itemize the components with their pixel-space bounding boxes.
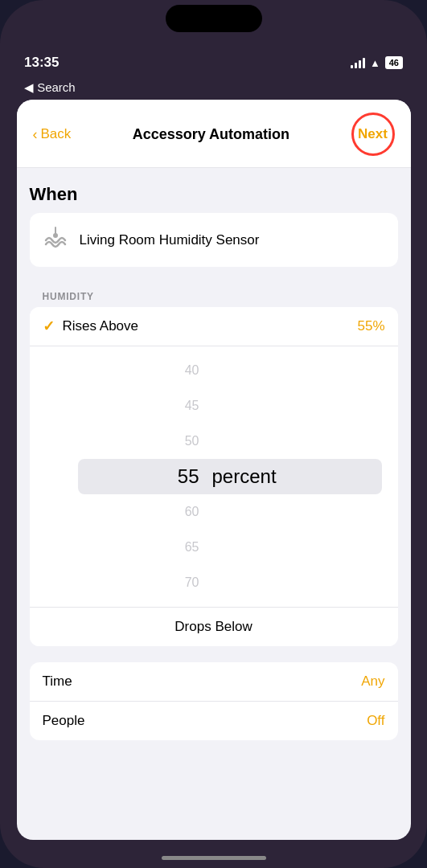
time-label: Time <box>43 674 72 690</box>
page-title: Accessory Automation <box>133 126 289 143</box>
rises-above-left: ✓ Rises Above <box>43 317 139 335</box>
signal-bar-1 <box>351 65 353 68</box>
home-indicator[interactable] <box>162 856 266 860</box>
people-row[interactable]: People Off <box>30 702 398 740</box>
picker-item-45[interactable]: 45 <box>30 388 398 424</box>
time-row[interactable]: Time Any <box>30 662 398 702</box>
picker-item-70[interactable]: 70 <box>30 565 398 600</box>
picker-item-50[interactable]: 50 <box>30 424 398 459</box>
picker-container[interactable]: 40 45 50 55 <box>30 346 398 607</box>
picker-item-65[interactable]: 65 <box>30 530 398 565</box>
back-label: Back <box>41 126 72 142</box>
when-title: When <box>30 184 398 205</box>
humidity-sensor-icon <box>43 224 68 256</box>
rises-above-label: Rises Above <box>63 318 139 334</box>
next-button[interactable]: Next <box>351 113 395 156</box>
screen-card: ‹ Back Accessory Automation Next When <box>17 100 411 840</box>
picker-item-55-selected[interactable]: 55 percent <box>30 459 398 494</box>
status-icons: ▲ 46 <box>351 56 403 69</box>
battery-icon: 46 <box>385 56 403 69</box>
time-value: Any <box>361 674 384 690</box>
status-bar: 13:35 ▲ 46 <box>0 37 427 79</box>
humidity-card: ✓ Rises Above 55% 40 <box>30 307 398 646</box>
back-chevron-icon: ‹ <box>33 126 38 143</box>
signal-bar-4 <box>363 58 365 68</box>
search-label[interactable]: ◀ Search <box>24 80 403 95</box>
svg-point-0 <box>53 233 58 238</box>
main-content: When Living Room Hu <box>17 168 411 840</box>
wifi-icon: ▲ <box>370 57 380 69</box>
drops-below-label: Drops Below <box>174 619 252 635</box>
people-value: Off <box>367 713 384 729</box>
sensor-name: Living Room Humidity Sensor <box>80 232 260 248</box>
signal-bar-3 <box>359 60 361 68</box>
humidity-section-label: HUMIDITY <box>30 283 398 307</box>
rises-above-row[interactable]: ✓ Rises Above 55% <box>30 307 398 346</box>
picker-wheel[interactable]: 40 45 50 55 <box>30 346 398 607</box>
rises-above-value: 55% <box>357 318 384 334</box>
humidity-section: HUMIDITY ✓ Rises Above 55% <box>30 283 398 646</box>
top-nav: ‹ Back Accessory Automation Next <box>17 100 411 168</box>
time-people-card: Time Any People Off <box>30 662 398 740</box>
picker-item-60[interactable]: 60 <box>30 494 398 530</box>
checkmark-icon: ✓ <box>43 317 55 335</box>
signal-bar-2 <box>355 63 357 68</box>
drops-below-row[interactable]: Drops Below <box>30 607 398 646</box>
people-label: People <box>43 713 85 729</box>
phone-shell: 13:35 ▲ 46 ◀ Search ‹ Back Accessory Aut… <box>0 0 427 868</box>
status-time: 13:35 <box>24 55 59 71</box>
back-button[interactable]: ‹ Back <box>33 126 72 143</box>
nav-search-bar: ◀ Search <box>0 79 427 100</box>
signal-bars-icon <box>351 57 365 68</box>
sensor-row[interactable]: Living Room Humidity Sensor <box>30 213 398 267</box>
sensor-card[interactable]: Living Room Humidity Sensor <box>30 213 398 267</box>
when-section: When Living Room Hu <box>30 184 398 267</box>
dynamic-island <box>166 5 262 32</box>
picker-item-40[interactable]: 40 <box>30 353 398 388</box>
